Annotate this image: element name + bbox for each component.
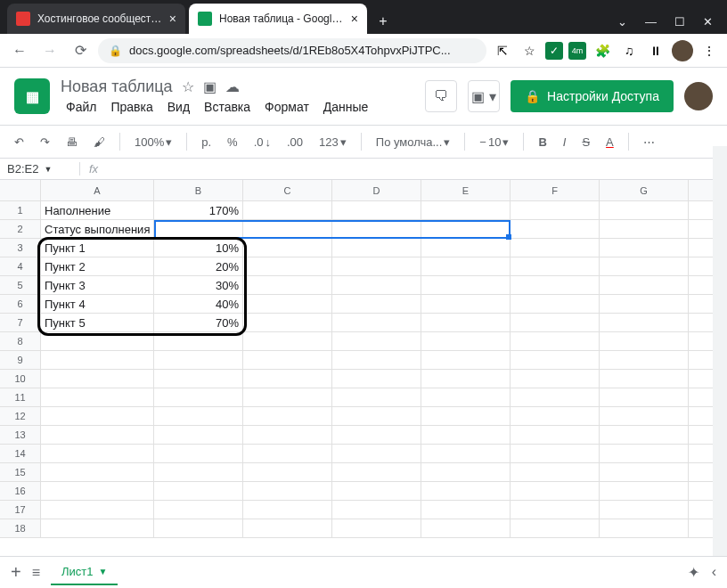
cell[interactable]: 170%: [154, 201, 243, 219]
cell[interactable]: [154, 407, 243, 425]
zoom-select[interactable]: 100% ▾: [129, 132, 177, 152]
cell[interactable]: 40%: [154, 295, 243, 313]
font-size-select[interactable]: − 10 ▾: [474, 132, 514, 152]
currency-button[interactable]: р.: [196, 132, 216, 152]
cell[interactable]: [41, 351, 154, 369]
cell[interactable]: [243, 407, 332, 425]
star-icon[interactable]: ☆: [519, 40, 540, 61]
row-header[interactable]: 1: [0, 201, 41, 219]
row-header[interactable]: 6: [0, 295, 41, 313]
sheet-tab[interactable]: Лист1 ▼: [51, 559, 118, 585]
cell[interactable]: [511, 445, 600, 462]
cell[interactable]: [154, 220, 243, 238]
cell[interactable]: [600, 501, 689, 519]
cell[interactable]: [600, 407, 689, 425]
cell[interactable]: [600, 482, 689, 500]
col-header-F[interactable]: F: [511, 180, 600, 200]
cell[interactable]: [243, 220, 332, 238]
font-select[interactable]: По умолча... ▾: [371, 132, 456, 152]
row-header[interactable]: 7: [0, 314, 41, 331]
cell[interactable]: [600, 445, 689, 462]
cell[interactable]: [332, 220, 421, 238]
cell[interactable]: [511, 220, 600, 238]
explore-button[interactable]: ✦: [688, 564, 699, 581]
bold-button[interactable]: B: [533, 132, 551, 152]
extension-check-icon[interactable]: ✓: [545, 42, 563, 60]
share-icon[interactable]: ⇱: [492, 40, 513, 61]
cell[interactable]: [243, 482, 332, 500]
cell[interactable]: [243, 463, 332, 481]
cell[interactable]: [41, 445, 154, 462]
cell[interactable]: [511, 482, 600, 500]
cell[interactable]: [332, 295, 421, 313]
row-header[interactable]: 12: [0, 407, 41, 425]
cell[interactable]: Пункт 3: [41, 276, 154, 294]
cell[interactable]: [332, 239, 421, 257]
cell[interactable]: [154, 519, 243, 537]
cell[interactable]: [243, 257, 332, 275]
cell[interactable]: [41, 370, 154, 388]
address-bar[interactable]: 🔒 docs.google.com/spreadsheets/d/1REb8o5…: [98, 38, 486, 63]
profile-avatar[interactable]: [672, 40, 693, 61]
sheets-logo[interactable]: ▦: [14, 78, 50, 114]
cell[interactable]: [154, 426, 243, 444]
music-icon[interactable]: ♫: [618, 40, 640, 61]
print-button[interactable]: 🖶: [61, 132, 83, 152]
maximize-button[interactable]: ☐: [674, 15, 685, 29]
close-icon[interactable]: ×: [169, 12, 176, 26]
cell[interactable]: [600, 463, 689, 481]
cell[interactable]: Статус выполнения: [41, 220, 154, 238]
cell[interactable]: [421, 295, 511, 313]
cell[interactable]: 10%: [154, 239, 243, 257]
col-header-E[interactable]: E: [421, 180, 511, 200]
close-icon[interactable]: ×: [351, 12, 358, 26]
cell[interactable]: [332, 426, 421, 444]
cell[interactable]: [421, 201, 511, 219]
cell[interactable]: [511, 332, 600, 350]
close-button[interactable]: ✕: [703, 15, 713, 29]
undo-button[interactable]: ↶: [9, 132, 29, 152]
cloud-icon[interactable]: ☁: [225, 78, 240, 95]
cell[interactable]: [511, 239, 600, 257]
cell[interactable]: [243, 388, 332, 406]
menu-icon[interactable]: ⋮: [698, 40, 720, 61]
cell[interactable]: [511, 501, 600, 519]
cell[interactable]: [332, 370, 421, 388]
cell[interactable]: [332, 257, 421, 275]
cell[interactable]: [511, 201, 600, 219]
cell[interactable]: [421, 220, 511, 238]
cell[interactable]: [243, 314, 332, 331]
cell[interactable]: [511, 276, 600, 294]
select-all-corner[interactable]: [0, 180, 41, 200]
share-button[interactable]: 🔒 Настройки Доступа: [511, 80, 674, 112]
cell[interactable]: [421, 407, 511, 425]
row-header[interactable]: 16: [0, 482, 41, 500]
row-header[interactable]: 4: [0, 257, 41, 275]
doc-title[interactable]: Новая таблица: [61, 78, 173, 96]
cell[interactable]: [243, 276, 332, 294]
chevron-down-icon[interactable]: ⌄: [617, 15, 627, 29]
cell[interactable]: [421, 276, 511, 294]
forward-button[interactable]: →: [37, 38, 62, 63]
comments-button[interactable]: 🗨: [425, 80, 457, 112]
cell[interactable]: [41, 501, 154, 519]
cell[interactable]: [511, 314, 600, 331]
cell[interactable]: [243, 201, 332, 219]
cell[interactable]: [421, 445, 511, 462]
cell[interactable]: [600, 201, 689, 219]
cell[interactable]: [332, 501, 421, 519]
vertical-scrollbar[interactable]: [713, 146, 727, 556]
row-header[interactable]: 8: [0, 332, 41, 350]
cell[interactable]: [332, 332, 421, 350]
col-header-B[interactable]: B: [154, 180, 243, 200]
cell[interactable]: [154, 332, 243, 350]
move-icon[interactable]: ▣: [203, 78, 216, 95]
percent-button[interactable]: %: [222, 132, 243, 152]
cell[interactable]: 30%: [154, 276, 243, 294]
cell[interactable]: Пункт 2: [41, 257, 154, 275]
cell[interactable]: [41, 519, 154, 537]
name-box[interactable]: B2:E2▼: [0, 162, 80, 176]
cell[interactable]: [243, 426, 332, 444]
cell[interactable]: [421, 426, 511, 444]
cell[interactable]: 20%: [154, 257, 243, 275]
